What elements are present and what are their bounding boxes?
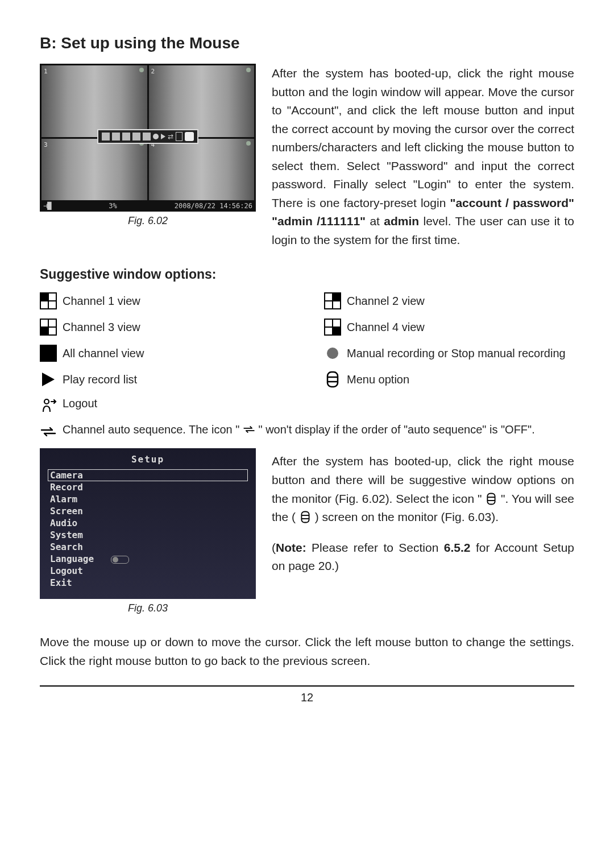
status-bar: ⊣█ 3% 2008/08/22 14:56:26: [40, 200, 256, 212]
auto-sequence-icon: [40, 423, 57, 440]
figure-6-02: 1 2 3 4 ⇄ ⊣█ 3% 2008/08/22 14:56:26 Fig.…: [40, 64, 256, 227]
grid-icon: [112, 133, 120, 140]
option-label: Channel 3 view: [63, 321, 290, 334]
channel-2-view-icon: [324, 292, 341, 309]
channel-label: 2: [151, 68, 155, 75]
section-heading: B: Set up using the Mouse: [40, 34, 574, 52]
play-record-icon: [40, 371, 57, 388]
status-timestamp: 2008/08/22 14:56:26: [175, 202, 252, 210]
setup-menu: Setup Camera Record Alarm Screen Audio S…: [40, 448, 256, 599]
channel-label: 1: [44, 68, 48, 75]
record-dot-icon: [246, 68, 251, 72]
channel-3-view-icon: [40, 319, 57, 336]
option-label: Play record list: [63, 373, 290, 386]
play-icon: [161, 134, 165, 139]
figure-6-03: Setup Camera Record Alarm Screen Audio S…: [40, 448, 256, 614]
channel-label: 3: [44, 141, 48, 148]
grid-icon: [132, 133, 140, 140]
manual-record-icon: [324, 345, 341, 362]
setup-menu-list: Camera Record Alarm Screen Audio System …: [40, 468, 256, 590]
channel-4-view-icon: [324, 319, 341, 336]
figure-caption: Fig. 6.03: [40, 602, 256, 614]
setup-item-language: Language: [48, 553, 248, 565]
auto-sequence-icon: [243, 423, 255, 436]
grid-icon: [143, 133, 151, 140]
menu-option-icon: [299, 511, 312, 523]
setup-item-alarm: Alarm: [48, 493, 248, 505]
option-label: All channel view: [63, 347, 290, 360]
menu-option-icon: [485, 493, 497, 505]
setup-item-record: Record: [48, 481, 248, 493]
logout-icon: [40, 397, 57, 414]
record-icon: [153, 134, 159, 139]
setup-item-search: Search: [48, 541, 248, 553]
options-grid: Channel 1 view Channel 2 view Channel 3 …: [40, 292, 574, 388]
language-slider: [111, 556, 129, 564]
channel-1-view-icon: [40, 292, 57, 309]
paragraph-3: Move the mouse up or down to move the cu…: [40, 633, 574, 670]
option-label: Logout: [63, 397, 574, 410]
record-dot-icon: [139, 68, 144, 72]
all-channel-view-icon: [40, 345, 57, 362]
option-label: Channel auto sequence. The icon " " won'…: [63, 423, 574, 436]
seq-icon: ⇄: [168, 133, 173, 140]
status-left: ⊣█: [43, 202, 51, 210]
grid-icon: [122, 133, 130, 140]
footer-rule: [40, 685, 574, 687]
option-label: Channel 2 view: [347, 295, 574, 308]
dvr-quad-view: 1 2 3 4 ⇄ ⊣█ 3% 2008/08/22 14:56:26: [40, 64, 256, 212]
setup-item-camera: Camera: [48, 469, 248, 481]
options-heading: Suggestive window options:: [40, 267, 574, 282]
osd-toolbar: ⇄: [97, 129, 198, 144]
setup-item-system: System: [48, 529, 248, 541]
setup-item-logout: Logout: [48, 565, 248, 577]
setup-item-audio: Audio: [48, 517, 248, 529]
menu-option-icon: [324, 371, 341, 388]
figure-caption: Fig. 6.02: [40, 215, 256, 227]
record-dot-icon: [246, 141, 251, 146]
status-disk-percent: 3%: [109, 202, 117, 210]
option-label: Channel 4 view: [347, 321, 574, 334]
option-label: Menu option: [347, 373, 574, 386]
setup-item-screen: Screen: [48, 505, 248, 517]
menu-icon: [176, 132, 182, 141]
grid-icon: [102, 133, 110, 140]
setup-title: Setup: [40, 448, 256, 468]
option-label: Manual recording or Stop manual recordin…: [347, 347, 574, 360]
setup-item-exit: Exit: [48, 577, 248, 589]
page-number: 12: [40, 691, 574, 704]
option-label: Channel 1 view: [63, 295, 290, 308]
running-man-icon: [185, 132, 194, 141]
